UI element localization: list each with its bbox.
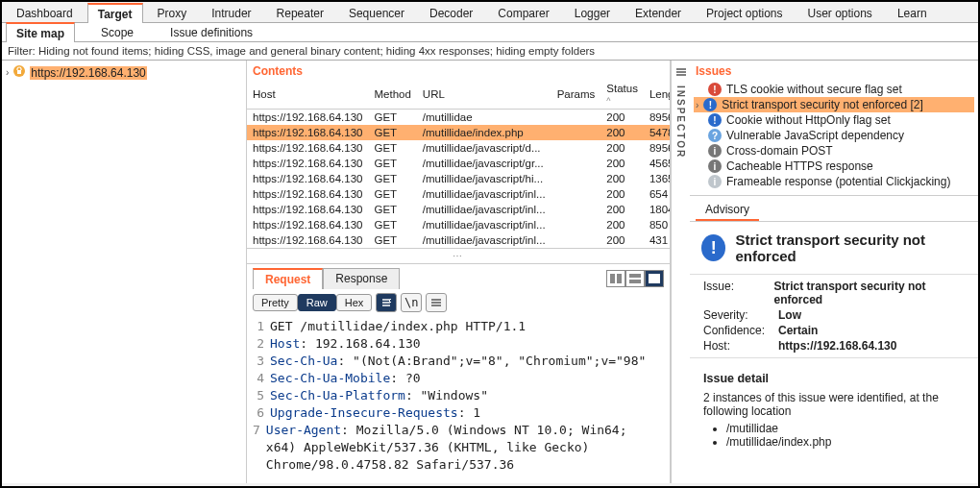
tab-decoder[interactable]: Decoder <box>419 3 483 22</box>
contents-pane: Contents HostMethodURLParamsStatusLength… <box>247 61 671 483</box>
instance-item: /mutillidae/index.php <box>726 435 965 449</box>
issue-row[interactable]: iCacheable HTTPS response <box>694 159 974 174</box>
filter-bar[interactable]: Filter: Hiding not found items; hiding C… <box>2 42 978 61</box>
table-row[interactable]: https://192.168.64.130GET/mutillidae2008… <box>247 110 670 126</box>
table-row[interactable]: https://192.168.64.130GET/mutillidae/jav… <box>247 186 670 202</box>
table-row[interactable]: https://192.168.64.130GET/mutillidae/ind… <box>247 125 670 140</box>
advisory-meta: Issue:Strict transport security not enfo… <box>690 274 978 358</box>
cell-status: 200 <box>600 217 644 232</box>
tab-dashboard[interactable]: Dashboard <box>6 3 84 22</box>
cell-method: GET <box>368 186 416 202</box>
splitter-handle[interactable]: ⋯ <box>247 248 670 264</box>
subtab-site-map[interactable]: Site map <box>6 22 75 42</box>
lock-icon <box>12 64 26 81</box>
col-status[interactable]: Status <box>600 80 644 110</box>
subtab-scope[interactable]: Scope <box>90 22 144 41</box>
svg-rect-3 <box>617 274 622 283</box>
cell-status: 200 <box>600 202 644 217</box>
issue-detail-heading: Issue detail <box>703 372 965 385</box>
meta-value: https://192.168.64.130 <box>778 339 896 353</box>
layout-toggle-group <box>606 270 664 287</box>
issues-list[interactable]: !TLS cookie without secure flag set›!Str… <box>690 80 978 196</box>
tab-sequencer[interactable]: Sequencer <box>338 3 415 22</box>
tab-repeater[interactable]: Repeater <box>266 3 334 22</box>
line-code: GET /mutillidae/index.php HTTP/1.1 <box>270 318 526 335</box>
col-params[interactable]: Params <box>551 80 601 110</box>
issue-row[interactable]: ›!Strict transport security not enforced… <box>694 97 974 112</box>
mode-raw[interactable]: Raw <box>298 294 336 311</box>
contents-table[interactable]: HostMethodURLParamsStatusLengthMIME type… <box>247 80 670 248</box>
col-host[interactable]: Host <box>247 80 368 110</box>
cell-status: 200 <box>600 140 644 156</box>
issue-row[interactable]: ?Vulnerable JavaScript dependency <box>694 128 974 143</box>
tab-request[interactable]: Request <box>253 268 323 289</box>
layout-columns-icon[interactable] <box>606 270 625 287</box>
cell-host: https://192.168.64.130 <box>247 186 368 202</box>
cell-status: 200 <box>600 156 644 171</box>
tab-user-options[interactable]: User options <box>797 3 883 22</box>
meta-value: Low <box>778 308 801 322</box>
tab-logger[interactable]: Logger <box>564 3 621 22</box>
cell-params <box>551 140 601 156</box>
issue-row[interactable]: iFrameable response (potential Clickjack… <box>694 174 974 189</box>
col-url[interactable]: URL <box>417 80 551 110</box>
table-row[interactable]: https://192.168.64.130GET/mutillidae/jav… <box>247 171 670 186</box>
hamburger-icon[interactable] <box>675 66 687 80</box>
line-code: Upgrade-Insecure-Requests: 1 <box>270 404 480 422</box>
col-length[interactable]: Length <box>644 80 670 110</box>
line-code: Sec-Ch-Ua: "(Not(A:Brand";v="8", "Chromi… <box>270 353 646 370</box>
raw-line: 2Host: 192.168.64.130 <box>253 335 664 353</box>
table-row[interactable]: https://192.168.64.130GET/mutillidae/jav… <box>247 232 670 248</box>
cell-params <box>551 202 601 217</box>
meta-row: Confidence:Certain <box>703 323 965 338</box>
mode-pretty[interactable]: Pretty <box>253 294 298 311</box>
line-code: User-Agent: Mozilla/5.0 (Windows NT 10.0… <box>266 422 664 474</box>
col-method[interactable]: Method <box>368 80 416 110</box>
cell-length: 431 <box>644 232 670 248</box>
layout-rows-icon[interactable] <box>625 270 645 287</box>
tree-root-node[interactable]: › https://192.168.64.130 <box>6 64 242 81</box>
cell-method: GET <box>368 217 416 232</box>
hamburger-icon[interactable] <box>426 293 447 312</box>
tab-extender[interactable]: Extender <box>625 3 692 22</box>
cell-method: GET <box>368 125 416 140</box>
toggle-options-icon[interactable] <box>376 293 397 312</box>
raw-line: 1GET /mutillidae/index.php HTTP/1.1 <box>253 318 664 335</box>
table-row[interactable]: https://192.168.64.130GET/mutillidae/jav… <box>247 217 670 232</box>
cell-params <box>551 110 601 126</box>
table-row[interactable]: https://192.168.64.130GET/mutillidae/jav… <box>247 156 670 171</box>
tab-comparer[interactable]: Comparer <box>487 3 559 22</box>
meta-value: Certain <box>778 324 818 337</box>
severity-icon: ! <box>708 113 722 127</box>
issues-title: Issues <box>690 61 978 80</box>
severity-icon: i <box>708 159 722 173</box>
subtab-issue-definitions[interactable]: Issue definitions <box>159 22 263 41</box>
tab-target[interactable]: Target <box>87 3 143 23</box>
cell-length: 1804 <box>644 202 670 217</box>
tab-intruder[interactable]: Intruder <box>201 3 261 22</box>
raw-request-viewer[interactable]: 1GET /mutillidae/index.php HTTP/1.12Host… <box>247 316 670 483</box>
line-number: 7 <box>253 422 266 474</box>
layout-single-icon[interactable] <box>645 270 664 287</box>
chevron-right-icon[interactable]: › <box>696 100 698 110</box>
table-row[interactable]: https://192.168.64.130GET/mutillidae/jav… <box>247 140 670 156</box>
cell-host: https://192.168.64.130 <box>247 202 368 217</box>
tab-advisory[interactable]: Advisory <box>696 200 759 221</box>
tab-proxy[interactable]: Proxy <box>147 3 198 22</box>
cell-url: /mutillidae/javascript/hi... <box>417 171 551 186</box>
chevron-right-icon[interactable]: › <box>6 67 9 78</box>
line-wrap-icon[interactable]: \n <box>401 293 422 312</box>
sub-tab-bar: Site mapScopeIssue definitions <box>2 23 978 42</box>
mode-hex[interactable]: Hex <box>336 294 373 311</box>
table-row[interactable]: https://192.168.64.130GET/mutillidae/jav… <box>247 202 670 217</box>
issue-row[interactable]: !TLS cookie without secure flag set <box>694 82 974 97</box>
issue-row[interactable]: !Cookie without HttpOnly flag set <box>694 112 974 128</box>
instance-item: /mutillidae <box>726 422 965 435</box>
tab-learn[interactable]: Learn <box>887 3 938 22</box>
cell-status: 200 <box>600 186 644 202</box>
issue-row[interactable]: iCross-domain POST <box>694 143 974 159</box>
cell-host: https://192.168.64.130 <box>247 125 368 140</box>
tab-response[interactable]: Response <box>323 268 400 289</box>
tab-project-options[interactable]: Project options <box>696 3 793 22</box>
inspector-rail[interactable]: INSPECTOR <box>671 61 690 483</box>
